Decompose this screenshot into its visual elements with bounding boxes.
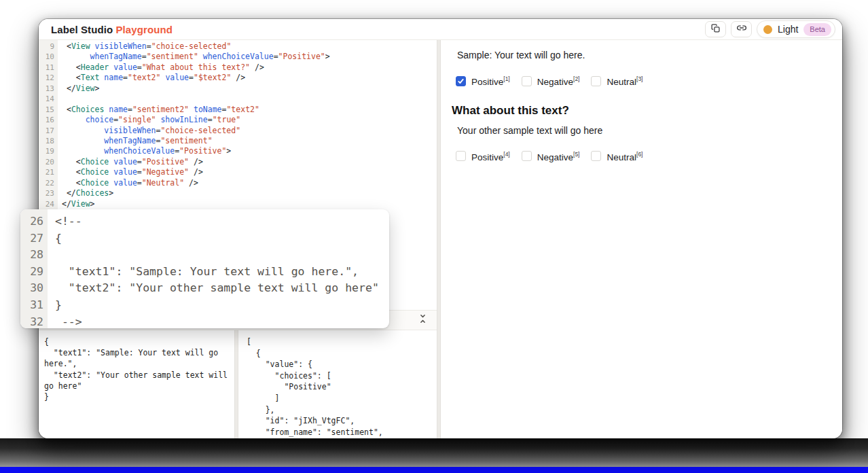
zoom-overlay-line-numbers: 26272829303132 — [20, 209, 48, 328]
choices-group-1: Positive[1]Negative[2]Neutral[3] — [452, 75, 831, 87]
sample-text-1: Sample: Your text will go here. — [452, 50, 831, 60]
theme-label: Light — [778, 24, 798, 35]
choice-positive[interactable]: Positive[4] — [456, 151, 510, 162]
choice-positive[interactable]: Positive[1] — [456, 75, 510, 87]
theme-dot-icon — [763, 25, 772, 34]
annotation-output-panel[interactable]: [ { "value": { "choices": [ "Positive" ]… — [238, 330, 437, 438]
checkbox-unchecked-icon[interactable] — [522, 151, 532, 161]
data-input-editor[interactable]: { "text1": "Sample: Your text will go he… — [39, 330, 234, 438]
zoom-overlay-code-lines: <!--{ "text1": "Sample: Your text will g… — [48, 209, 389, 328]
collapse-panel-button[interactable] — [416, 314, 429, 326]
page-title-accent: Playground — [115, 24, 173, 35]
choice-label: Negative[2] — [537, 75, 580, 87]
labeling-preview-pane: Sample: Your text will go here. Positive… — [441, 40, 842, 438]
copy-button[interactable] — [705, 21, 726, 37]
page-title: Label Studio Playground — [51, 24, 173, 35]
page-title-main: Label Studio — [51, 24, 113, 35]
checkbox-unchecked-icon[interactable] — [522, 76, 532, 86]
background-blue-bar — [0, 467, 868, 473]
checkbox-unchecked-icon[interactable] — [591, 151, 601, 161]
choice-label: Neutral[3] — [607, 75, 643, 87]
checkbox-unchecked-icon[interactable] — [456, 151, 466, 161]
window-header: Label Studio Playground — [39, 19, 842, 40]
preview-header: What about this text? — [452, 104, 831, 118]
theme-toggle[interactable]: Light Beta — [757, 20, 835, 38]
checkbox-checked-icon[interactable] — [456, 76, 466, 86]
share-link-button[interactable] — [731, 21, 752, 37]
bottom-panels: { "text1": "Sample: Your text will go he… — [39, 330, 437, 438]
choice-neutral[interactable]: Neutral[6] — [591, 151, 643, 162]
collapse-icon — [419, 314, 427, 326]
choices-group-2: Positive[4]Negative[5]Neutral[6] — [452, 151, 831, 162]
checkbox-unchecked-icon[interactable] — [591, 76, 601, 86]
beta-badge: Beta — [803, 23, 831, 36]
background-dark-band — [0, 438, 868, 467]
header-actions: Light Beta — [705, 20, 835, 38]
copy-icon — [711, 23, 720, 35]
choice-label: Positive[4] — [471, 151, 510, 162]
choice-label: Positive[1] — [471, 75, 510, 87]
choice-neutral[interactable]: Neutral[3] — [591, 75, 643, 87]
link-icon — [737, 23, 746, 35]
choice-negative[interactable]: Negative[5] — [522, 151, 580, 162]
choice-label: Neutral[6] — [607, 151, 643, 162]
code-zoom-overlay: 26272829303132 <!--{ "text1": "Sample: Y… — [20, 209, 389, 328]
choice-negative[interactable]: Negative[2] — [522, 75, 580, 87]
sample-text-2: Your other sample text will go here — [452, 125, 831, 136]
choice-label: Negative[5] — [537, 151, 580, 162]
